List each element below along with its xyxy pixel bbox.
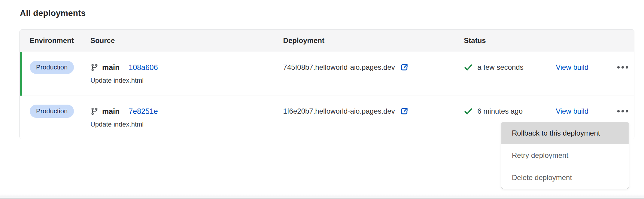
deployment-url: 745f08b7.helloworld-aio.pages.dev xyxy=(283,63,395,72)
check-icon xyxy=(464,107,473,115)
ellipsis-icon xyxy=(617,66,620,69)
external-link-icon[interactable] xyxy=(400,107,409,116)
external-link-icon[interactable] xyxy=(400,63,409,72)
git-branch-icon xyxy=(90,63,99,72)
deployment-actions-menu: Rollback to this deployment Retry deploy… xyxy=(501,122,629,189)
view-build-link[interactable]: View build xyxy=(556,107,588,115)
branch-name: main xyxy=(102,63,120,72)
table-header-row: Environment Source Deployment Status xyxy=(20,29,634,52)
column-header-source: Source xyxy=(90,36,283,45)
commit-message: Update index.html xyxy=(90,121,283,128)
commit-link[interactable]: 108a606 xyxy=(129,63,158,72)
check-icon xyxy=(464,63,473,72)
menu-item-rollback[interactable]: Rollback to this deployment xyxy=(501,122,629,144)
deployments-page: All deployments Environment Source Deplo… xyxy=(0,0,644,199)
menu-item-retry[interactable]: Retry deployment xyxy=(501,144,629,167)
page-title: All deployments xyxy=(20,8,86,18)
status-time: 6 minutes ago xyxy=(477,107,523,115)
environment-badge: Production xyxy=(30,61,74,74)
column-header-environment: Environment xyxy=(30,36,90,45)
more-actions-button[interactable] xyxy=(615,60,630,74)
ellipsis-icon xyxy=(617,110,620,112)
current-deployment-indicator xyxy=(20,52,22,96)
environment-badge: Production xyxy=(30,105,74,118)
git-branch-icon xyxy=(90,107,99,115)
deployment-row-1: Production main 108a606 Update index.htm… xyxy=(20,52,634,96)
deployment-url: 1f6e20b7.helloworld-aio.pages.dev xyxy=(283,107,395,115)
menu-item-delete[interactable]: Delete deployment xyxy=(501,167,629,189)
more-actions-button[interactable] xyxy=(615,104,630,118)
view-build-link[interactable]: View build xyxy=(556,63,588,72)
branch-name: main xyxy=(102,107,120,116)
commit-message: Update index.html xyxy=(90,77,283,84)
commit-link[interactable]: 7e8251e xyxy=(129,107,158,116)
bottom-divider xyxy=(0,194,644,199)
column-header-deployment: Deployment xyxy=(283,36,464,45)
status-time: a few seconds xyxy=(477,63,523,72)
column-header-status: Status xyxy=(464,36,556,45)
